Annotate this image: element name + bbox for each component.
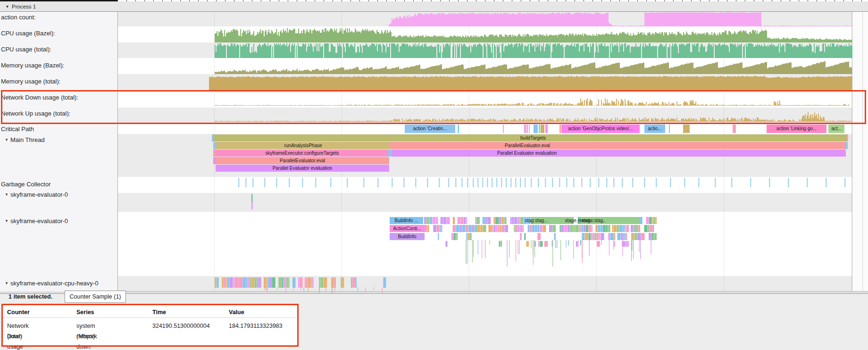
evaluator-slice[interactable] xyxy=(654,233,657,240)
evaluator-slice[interactable] xyxy=(390,217,423,224)
evaluator-slice[interactable] xyxy=(573,225,575,232)
evaluator-slice[interactable] xyxy=(453,217,455,224)
evaluator-slice[interactable] xyxy=(511,217,514,224)
evaluator-slice[interactable] xyxy=(614,233,615,240)
evaluator-slice[interactable] xyxy=(584,217,640,224)
evaluator-slice[interactable] xyxy=(498,225,499,232)
evaluator-slice[interactable] xyxy=(561,225,564,232)
evaluator-slice[interactable] xyxy=(425,225,427,232)
sidebar-row-cpu-usage-bazel-[interactable]: CPU usage (Bazel): xyxy=(0,29,116,37)
evaluator-slice[interactable] xyxy=(576,241,578,247)
collapse-triangle-icon[interactable]: ▾ xyxy=(4,281,9,285)
sidebar-row-garbage-collector[interactable]: Garbage Collector xyxy=(0,180,116,188)
evaluator-slice[interactable] xyxy=(440,225,441,232)
evaluator-slice[interactable] xyxy=(638,225,640,232)
critical-path-slice[interactable] xyxy=(529,125,530,133)
evaluator-slice[interactable] xyxy=(436,217,438,224)
evaluator-slice[interactable] xyxy=(617,225,619,232)
critical-path-slice[interactable] xyxy=(559,125,561,133)
evaluator-slice[interactable] xyxy=(649,233,651,240)
sidebar-row-skyframe-evaluator-0[interactable]: ▾skyframe-evaluator-0 xyxy=(0,191,116,198)
evaluator-slice[interactable] xyxy=(646,217,649,224)
evaluator-slice[interactable] xyxy=(427,225,429,232)
evaluator-slice[interactable] xyxy=(540,241,543,247)
critical-path-slice[interactable] xyxy=(669,125,670,133)
evaluator-slice[interactable] xyxy=(568,225,570,232)
evaluator-slice[interactable] xyxy=(540,225,542,232)
evaluator-slice[interactable] xyxy=(437,225,439,232)
evaluator-slice[interactable] xyxy=(466,233,467,240)
evaluator-slice[interactable] xyxy=(499,241,500,247)
evaluator-slice[interactable] xyxy=(515,225,517,232)
evaluator-slice[interactable] xyxy=(514,225,515,232)
evaluator-slice[interactable] xyxy=(500,225,501,232)
evaluator-slice[interactable] xyxy=(466,225,468,232)
evaluator-slice[interactable] xyxy=(595,225,598,232)
evaluator-slice[interactable] xyxy=(466,217,467,224)
evaluator-slice[interactable] xyxy=(537,233,541,240)
evaluator-slice[interactable] xyxy=(599,233,601,240)
sidebar-row-memory-usage-total-[interactable]: Memory usage (total): xyxy=(0,77,116,85)
evaluator-slice[interactable] xyxy=(634,233,637,240)
critical-path-slice[interactable] xyxy=(561,125,640,133)
evaluator-slice[interactable] xyxy=(651,233,653,240)
evaluator-slice[interactable] xyxy=(480,225,483,232)
evaluator-slice[interactable] xyxy=(591,233,593,240)
evaluator-slice[interactable] xyxy=(581,225,584,232)
critical-path-slice[interactable] xyxy=(683,125,690,133)
evaluator-slice[interactable] xyxy=(552,225,556,232)
evaluator-slice[interactable] xyxy=(634,225,635,232)
evaluator-slice[interactable] xyxy=(606,225,608,232)
sidebar-row-action-count-[interactable]: action count: xyxy=(0,13,116,21)
evaluator-slice[interactable] xyxy=(494,225,496,232)
evaluator-slice[interactable] xyxy=(523,225,524,232)
evaluator-slice[interactable] xyxy=(501,241,502,247)
evaluator-slice[interactable] xyxy=(656,217,657,224)
evaluator-slice[interactable] xyxy=(619,225,623,232)
evaluator-slice[interactable] xyxy=(631,225,633,232)
critical-path-slice[interactable] xyxy=(458,125,459,133)
critical-path-slice[interactable] xyxy=(534,125,538,133)
evaluator-slice[interactable] xyxy=(625,225,626,232)
evaluator-slice[interactable] xyxy=(593,233,594,240)
evaluator-slice[interactable] xyxy=(475,217,476,224)
evaluator-slice[interactable] xyxy=(581,217,584,224)
evaluator-slice[interactable] xyxy=(530,225,532,232)
evaluator-slice[interactable] xyxy=(519,225,521,232)
evaluator-slice[interactable] xyxy=(635,225,637,232)
evaluator-slice[interactable] xyxy=(640,217,643,224)
evaluator-slice[interactable] xyxy=(451,233,453,240)
evaluator-slice[interactable] xyxy=(441,225,442,232)
collapse-triangle-icon[interactable]: ▾ xyxy=(4,218,9,223)
evaluator-slice[interactable] xyxy=(456,225,459,232)
evaluator-slice[interactable] xyxy=(591,225,593,232)
evaluator-slice[interactable] xyxy=(534,241,536,247)
evaluator-slice[interactable] xyxy=(487,217,491,224)
evaluator-slice[interactable] xyxy=(505,225,508,232)
evaluator-slice[interactable] xyxy=(626,241,629,247)
sidebar-row-critical-path[interactable]: Critical Path xyxy=(0,125,116,133)
evaluator-slice[interactable] xyxy=(626,225,629,232)
evaluator-slice[interactable] xyxy=(429,217,432,224)
evaluator-slice[interactable] xyxy=(467,233,470,240)
evaluator-slice[interactable] xyxy=(476,225,477,232)
critical-path-slice[interactable] xyxy=(767,125,826,133)
evaluator-slice[interactable] xyxy=(510,217,511,224)
evaluator-slice[interactable] xyxy=(649,217,652,224)
critical-path-slice[interactable] xyxy=(733,125,736,133)
evaluator-slice[interactable] xyxy=(475,225,476,232)
evaluator-slice[interactable] xyxy=(424,217,426,224)
evaluator-slice[interactable] xyxy=(501,225,504,232)
evaluator-slice[interactable] xyxy=(601,233,604,240)
critical-path-slice[interactable] xyxy=(828,125,844,133)
evaluator-slice[interactable] xyxy=(478,225,480,232)
evaluator-slice[interactable] xyxy=(542,225,546,232)
evaluator-slice[interactable] xyxy=(588,233,591,240)
evaluator-slice[interactable] xyxy=(461,217,463,224)
evaluator-slice[interactable] xyxy=(496,225,497,232)
evaluator-slice[interactable] xyxy=(621,233,623,240)
evaluator-slice[interactable] xyxy=(520,217,524,224)
sidebar-row-memory-usage-bazel-[interactable]: Memory usage (Bazel): xyxy=(0,61,116,69)
evaluator-slice[interactable] xyxy=(653,217,656,224)
evaluator-slice[interactable] xyxy=(623,233,625,240)
